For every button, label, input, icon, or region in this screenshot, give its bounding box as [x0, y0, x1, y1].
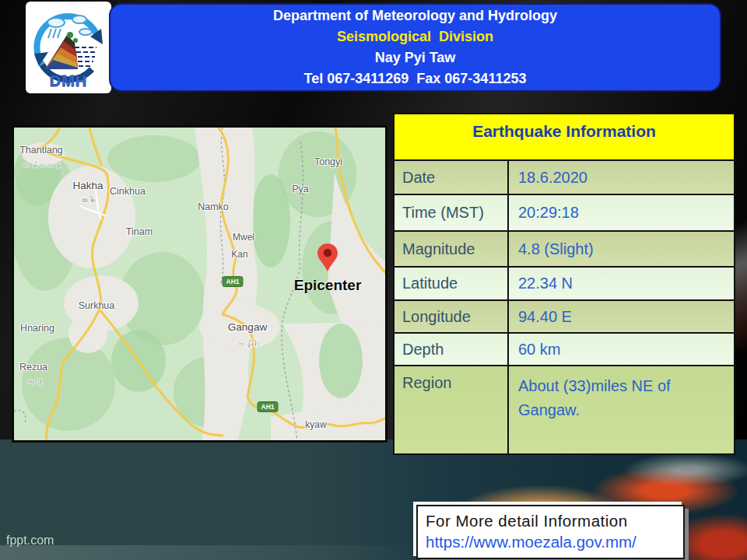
table-row: Depth 60 km [395, 332, 734, 365]
highway-badge-ah1: AH1 [222, 276, 243, 287]
map-town-kyaw: kyaw [305, 419, 326, 430]
row-label-region: Region [395, 366, 509, 453]
more-info-box: For More detail Information https://www.… [416, 505, 685, 559]
map-town-mwel: Mwel [233, 232, 254, 243]
map-town-thantlang: Thantlang [19, 145, 63, 156]
highway-badge-ah1-south: AH1 [257, 401, 278, 412]
map-town-hnaring: Hnaring [20, 323, 54, 334]
row-value-latitude: 22.34 N [509, 268, 734, 299]
table-title: Earthquake Information [395, 114, 734, 159]
map-town-gangaw: Gangaw [228, 321, 267, 333]
map-town-hakha-burmese: ဟားခါး [80, 196, 96, 205]
header-org: Department of Meteorology and Hydrology [273, 5, 557, 26]
header-contact: Tel 067-3411269 Fax 067-3411253 [304, 68, 527, 89]
row-label-latitude: Latitude [395, 268, 509, 299]
map-town-gangaw-burmese: ကန့်ဂေါ [236, 340, 259, 348]
fppt-watermark: fppt.com [6, 534, 54, 548]
row-value-region: About (33)miles NE of Gangaw. [509, 366, 734, 453]
epicenter-map: Thantlang ထန်တလန် Hakha ဟားခါး Cinkhua N… [12, 125, 388, 443]
row-value-depth: 60 km [509, 334, 734, 365]
table-row: Longitude 94.40 E [395, 299, 734, 332]
header-division: Seismological Division [337, 26, 493, 47]
row-value-magnitude: 4.8 (Slight) [509, 232, 734, 266]
table-row: Time (MST) 20:29:18 [395, 194, 734, 230]
row-value-date: 18.6.2020 [509, 161, 734, 194]
map-town-surkhua: Surkhua [79, 300, 115, 311]
epicenter-pin-icon [317, 243, 338, 275]
map-town-rezua: Rezua [19, 362, 47, 373]
epicenter-label: Epicenter [294, 277, 362, 294]
map-town-kan: Kan [231, 249, 247, 260]
map-town-namko: Namko [198, 201, 229, 212]
map-town-tinam: Tinam [126, 226, 153, 237]
earthquake-info-table: Earthquake Information Date 18.6.2020 Ti… [393, 113, 735, 455]
header-city: Nay Pyi Taw [375, 47, 456, 68]
dmh-logo-text: DMH [50, 72, 88, 89]
more-info-text: For More detail Information [426, 510, 675, 531]
header-banner: Department of Meteorology and Hydrology … [109, 3, 721, 92]
row-value-time: 20:29:18 [509, 195, 734, 230]
more-info-link[interactable]: https://www.moezala.gov.mm/ [426, 531, 675, 552]
dmh-logo: DMH [26, 2, 111, 93]
map-town-rezua-burmese: ရေဇွာ [27, 377, 43, 386]
map-town-hakha: Hakha [72, 180, 103, 191]
row-label-longitude: Longitude [395, 301, 509, 332]
map-town-cinkhua: Cinkhua [110, 186, 146, 197]
row-label-depth: Depth [395, 334, 509, 365]
row-value-longitude: 94.40 E [509, 301, 734, 332]
row-label-date: Date [395, 161, 509, 194]
row-label-time: Time (MST) [395, 195, 509, 230]
table-row: Latitude 22.34 N [395, 266, 734, 299]
row-label-magnitude: Magnitude [395, 232, 509, 266]
background-floor-highlight [0, 545, 436, 560]
table-row: Date 18.6.2020 [395, 159, 734, 194]
map-town-thantlang-burmese: ထန်တလန် [22, 161, 61, 170]
dmh-logo-icon: DMH [30, 4, 107, 91]
table-row: Region About (33)miles NE of Gangaw. [395, 365, 734, 453]
table-row: Magnitude 4.8 (Slight) [395, 230, 734, 266]
map-town-tongyi: Tongyi [314, 156, 342, 167]
map-town-pya: Pya [292, 184, 309, 194]
